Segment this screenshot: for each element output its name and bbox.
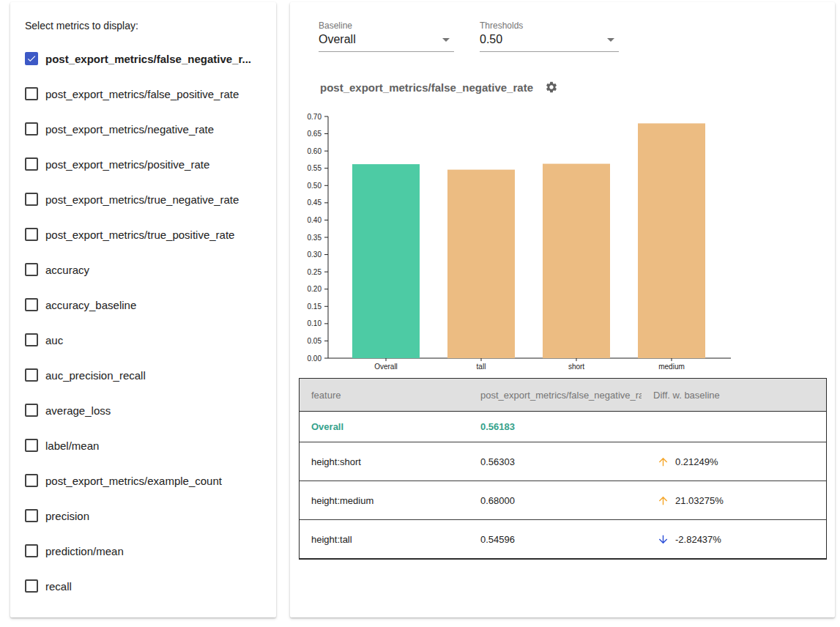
metric-checkbox-item[interactable]: post_export_metrics/true_positive_rate xyxy=(25,217,261,252)
metric-label: post_export_metrics/negative_rate xyxy=(45,123,214,136)
bar-tall[interactable] xyxy=(447,170,515,358)
results-panel: Baseline Overall Thresholds 0.50 post_ex… xyxy=(290,2,835,617)
y-axis-tick-label: 0.60 xyxy=(308,147,322,155)
metric-checkbox-item[interactable]: post_export_metrics/example_count xyxy=(25,463,261,498)
metric-checkbox-item[interactable]: post_export_metrics/false_positive_rate xyxy=(25,76,261,111)
diff-value: 0.21249% xyxy=(675,456,718,467)
baseline-select[interactable]: Baseline Overall xyxy=(319,21,454,52)
table-body: Overall0.56183height:short0.563030.21249… xyxy=(300,412,826,558)
x-axis-tick-label: short xyxy=(568,363,584,371)
checkbox-unchecked-icon[interactable] xyxy=(25,122,38,136)
x-axis-tick-label: tall xyxy=(477,363,486,371)
y-axis-tick-label: 0.00 xyxy=(308,355,322,363)
metric-label: post_export_metrics/true_positive_rate xyxy=(45,229,234,241)
table-row[interactable]: height:short0.563030.21249% xyxy=(300,442,826,481)
y-axis-tick-label: 0.30 xyxy=(308,251,322,259)
y-axis-tick-label: 0.65 xyxy=(308,130,322,138)
metric-label: auc xyxy=(45,334,63,346)
table-header-row: feature post_export_metrics/false_negati… xyxy=(300,379,826,412)
thresholds-dropdown[interactable]: 0.50 xyxy=(480,33,619,52)
col-header-diff: Diff. w. baseline xyxy=(642,390,826,401)
feature-cell: height:medium xyxy=(300,495,469,506)
metric-label: post_export_metrics/false_positive_rate xyxy=(45,88,239,100)
metric-checkbox-item[interactable]: auc_precision_recall xyxy=(25,357,261,393)
table-row[interactable]: height:medium0.6800021.03275% xyxy=(300,481,826,519)
checkbox-unchecked-icon[interactable] xyxy=(25,87,38,100)
y-axis-tick-label: 0.05 xyxy=(308,337,322,345)
baseline-value: Overall xyxy=(319,33,356,46)
metric-checkbox-item[interactable]: recall xyxy=(25,568,261,604)
checkbox-unchecked-icon[interactable] xyxy=(25,298,38,311)
metric-checkbox-item[interactable]: prediction/mean xyxy=(25,533,261,568)
bar-medium[interactable] xyxy=(638,123,705,358)
metric-label: precision xyxy=(45,510,89,522)
baseline-label: Baseline xyxy=(319,21,454,31)
checkbox-unchecked-icon[interactable] xyxy=(25,439,38,452)
checkbox-checked-icon[interactable] xyxy=(25,52,38,65)
table-row[interactable]: Overall0.56183 xyxy=(300,412,826,442)
checkbox-unchecked-icon[interactable] xyxy=(25,333,38,346)
chart-title: post_export_metrics/false_negative_rate xyxy=(320,81,533,94)
y-axis-tick-label: 0.50 xyxy=(308,182,322,190)
x-axis-tick-label: Overall xyxy=(374,363,398,371)
metric-value-cell: 0.56303 xyxy=(469,456,642,467)
diff-value: -2.82437% xyxy=(675,534,721,545)
diff-cell: 21.03275% xyxy=(642,494,826,507)
checkbox-unchecked-icon[interactable] xyxy=(25,368,38,382)
controls-row: Baseline Overall Thresholds 0.50 xyxy=(319,21,619,52)
metric-value-cell: 0.68000 xyxy=(469,495,642,506)
y-axis-tick-label: 0.10 xyxy=(308,319,322,327)
y-axis-tick-label: 0.45 xyxy=(308,199,322,207)
metric-checkbox-item[interactable]: accuracy_baseline xyxy=(25,287,261,322)
baseline-dropdown[interactable]: Overall xyxy=(319,33,454,52)
y-axis-tick-label: 0.15 xyxy=(308,303,322,311)
metric-checkbox-item[interactable]: average_loss xyxy=(25,393,261,428)
checkbox-unchecked-icon[interactable] xyxy=(25,263,38,276)
checkbox-unchecked-icon[interactable] xyxy=(25,509,38,522)
bar-Overall[interactable] xyxy=(352,164,420,358)
arrow-up-icon xyxy=(657,494,669,507)
thresholds-select[interactable]: Thresholds 0.50 xyxy=(480,21,619,52)
metric-value-cell: 0.54596 xyxy=(469,534,642,545)
diff-cell: 0.21249% xyxy=(642,456,826,468)
metric-label: average_loss xyxy=(45,404,111,417)
checkbox-unchecked-icon[interactable] xyxy=(25,157,38,171)
table-row[interactable]: height:tall0.54596-2.82437% xyxy=(300,519,826,558)
checkbox-unchecked-icon[interactable] xyxy=(25,474,38,487)
metric-label: accuracy xyxy=(45,264,89,276)
metric-value-cell: 0.56183 xyxy=(469,421,642,432)
metric-checkbox-item[interactable]: post_export_metrics/negative_rate xyxy=(25,111,261,146)
metric-checkbox-item[interactable]: post_export_metrics/positive_rate xyxy=(25,146,261,182)
bar-chart: 0.000.050.100.150.200.250.300.350.400.45… xyxy=(290,110,759,377)
feature-cell: Overall xyxy=(300,421,469,432)
metric-label: post_export_metrics/true_negative_rate xyxy=(45,193,239,206)
metrics-sidebar-title: Select metrics to display: xyxy=(25,20,261,31)
metric-label: label/mean xyxy=(45,439,99,452)
checkbox-unchecked-icon[interactable] xyxy=(25,228,38,241)
metric-checkbox-item[interactable]: auc xyxy=(25,322,261,357)
feature-cell: height:tall xyxy=(300,534,469,545)
col-header-metric: post_export_metrics/false_negative_rat..… xyxy=(469,390,642,401)
bar-short[interactable] xyxy=(543,164,610,358)
arrow-up-icon xyxy=(657,456,669,468)
metric-checkbox-item[interactable]: post_export_metrics/false_negative_r... xyxy=(25,41,261,76)
y-axis-tick-label: 0.20 xyxy=(308,285,322,293)
checkbox-unchecked-icon[interactable] xyxy=(25,579,38,593)
x-axis-tick-label: medium xyxy=(658,363,685,371)
feature-cell: height:short xyxy=(300,456,469,467)
metric-checkbox-item[interactable]: post_export_metrics/true_negative_rate xyxy=(25,182,261,217)
metrics-sidebar: Select metrics to display: post_export_m… xyxy=(10,2,276,617)
checkbox-unchecked-icon[interactable] xyxy=(25,193,38,206)
metric-label: post_export_metrics/false_negative_r... xyxy=(45,53,251,65)
chevron-down-icon xyxy=(442,38,450,42)
thresholds-value: 0.50 xyxy=(480,33,502,46)
checkbox-unchecked-icon[interactable] xyxy=(25,404,38,417)
metric-checkbox-item[interactable]: accuracy xyxy=(25,252,261,287)
metric-label: auc_precision_recall xyxy=(45,369,146,382)
y-axis-tick-label: 0.25 xyxy=(308,268,322,276)
metric-checkbox-item[interactable]: precision xyxy=(25,498,261,533)
diff-value: 21.03275% xyxy=(675,495,724,506)
checkbox-unchecked-icon[interactable] xyxy=(25,544,38,557)
gear-icon[interactable] xyxy=(545,81,558,94)
metric-checkbox-item[interactable]: label/mean xyxy=(25,428,261,463)
